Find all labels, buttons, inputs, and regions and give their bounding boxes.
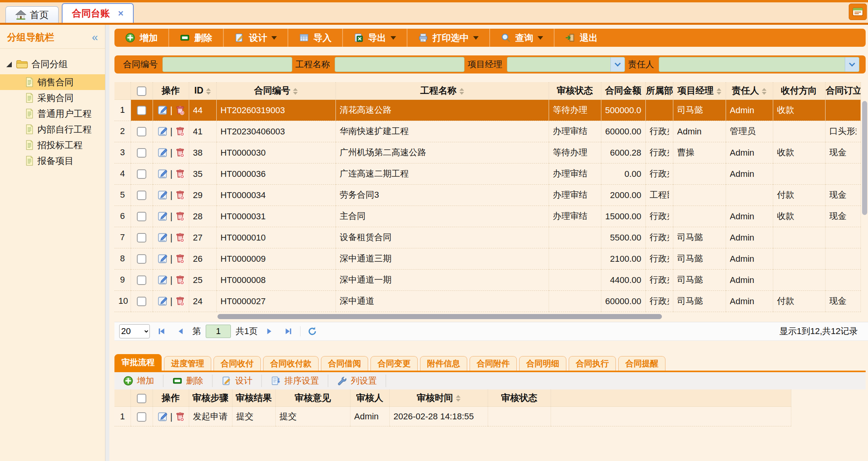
table-row[interactable]: 8|26HT0000009深中通道三期2100.00行政办司马懿Admin [114, 248, 861, 269]
row-checkbox[interactable] [137, 254, 146, 264]
delete-row-button[interactable] [174, 295, 186, 307]
toolbar-search-button[interactable]: 查询 [489, 29, 554, 47]
detail-tab-8[interactable]: 合同明细 [519, 356, 566, 371]
edit-row-button[interactable] [157, 125, 169, 137]
table-row[interactable]: 5|29HT0000034劳务合同3办理审结2000.00工程部付款现金 [114, 184, 861, 206]
row-checkbox[interactable] [137, 169, 146, 179]
table-row[interactable]: 10|24HT0000027深中通道60000.00行政办司马懿Admin付款现… [114, 290, 861, 312]
delete-row-button[interactable] [174, 147, 186, 158]
filter-select-owner[interactable] [659, 57, 859, 72]
toolbar-delete-button[interactable]: 删除 [168, 29, 223, 47]
detail-tab-3[interactable]: 合同收付款 [263, 356, 319, 371]
edit-row-button[interactable] [157, 168, 169, 180]
detail-sort-settings-button[interactable]: 排序设置 [262, 375, 328, 387]
sort-arrows-icon[interactable] [456, 395, 461, 402]
toolbar-add-button[interactable]: 增加 [114, 29, 168, 47]
tree-expand-caret-icon[interactable] [6, 62, 12, 67]
previous-page-button[interactable] [173, 324, 188, 338]
detail-add-button[interactable]: 增加 [114, 375, 164, 387]
detail-table-row[interactable]: 1|发起申请提交提交Admin2026-02-28 14:18:55 [114, 407, 791, 426]
detail-tab-4[interactable]: 合同借阅 [321, 356, 368, 371]
sort-arrows-icon[interactable] [206, 88, 211, 95]
row-checkbox[interactable] [137, 191, 146, 200]
sidebar-item-3[interactable]: 内部自行工程 [0, 121, 105, 137]
sort-arrows-icon[interactable] [459, 88, 464, 95]
sidebar-item-2[interactable]: 普通用户工程 [0, 106, 105, 121]
last-page-button[interactable] [281, 324, 295, 338]
table-row[interactable]: 4|35HT0000036广连高速二期工程办理审结0.00行政办Admin [114, 163, 861, 184]
sidebar-item-1[interactable]: 采购合同 [0, 90, 105, 106]
detail-design-button[interactable]: 设计 [213, 375, 262, 387]
detail-tab-2[interactable]: 合同收付 [214, 356, 261, 371]
detail-row-checkbox[interactable] [137, 412, 146, 422]
detail-tab-7[interactable]: 合同附件 [470, 356, 517, 371]
first-page-button[interactable] [155, 324, 169, 338]
table-row[interactable]: 2|41HT20230406003华南快速扩建工程办理审结60000.00行政办… [114, 121, 861, 142]
sort-arrows-icon[interactable] [293, 88, 298, 95]
detail-column-header-5[interactable]: 审核时间 [389, 389, 488, 407]
edit-row-button[interactable] [157, 253, 169, 264]
detail-tab-5[interactable]: 合同变更 [370, 356, 418, 371]
delete-row-button[interactable] [174, 125, 186, 137]
vertical-scrollbar[interactable] [862, 82, 868, 312]
row-checkbox[interactable] [137, 297, 146, 306]
tab-contract-ledger[interactable]: 合同台账 × [62, 3, 134, 23]
edit-row-button[interactable] [157, 189, 169, 201]
column-header-2[interactable]: 合同编号 [216, 82, 335, 99]
table-row[interactable]: 3|38HT0000030广州机场第二高速公路等待办理6000.28行政办曹操A… [114, 142, 861, 163]
column-header-1[interactable]: ID [189, 82, 216, 99]
close-icon[interactable]: × [118, 8, 123, 19]
corner-panel-button[interactable] [849, 4, 867, 20]
horizontal-scrollbar-thumb[interactable] [217, 314, 662, 319]
detail-delete-button[interactable]: 删除 [164, 375, 213, 387]
collapse-sidebar-button[interactable]: « [92, 32, 98, 43]
delete-row-button[interactable] [174, 274, 186, 286]
detail-select-all-checkbox[interactable] [137, 394, 146, 403]
horizontal-scrollbar[interactable] [114, 314, 866, 320]
sort-arrows-icon[interactable] [762, 88, 767, 95]
table-row[interactable]: 7|27HT0000010设备租赁合同5500.00行政办司马懿Admin [114, 227, 861, 248]
column-header-3[interactable]: 工程名称 [335, 82, 549, 99]
filter-input-project-name[interactable] [335, 57, 464, 72]
toolbar-export-button[interactable]: 导出 [342, 29, 407, 47]
row-checkbox[interactable] [137, 233, 146, 242]
delete-row-button[interactable] [174, 231, 186, 243]
detail-edit-row-button[interactable] [157, 411, 169, 422]
table-row[interactable]: 6|28HT0000031主合同办理审结15000.00行政办Admin收款现金 [114, 206, 861, 227]
filter-input-contract-no[interactable] [162, 57, 292, 72]
row-checkbox[interactable] [137, 106, 146, 115]
delete-row-button[interactable] [174, 104, 186, 116]
edit-row-button[interactable] [157, 104, 169, 116]
delete-row-button[interactable] [174, 253, 186, 264]
table-row[interactable]: 1|44HT20260319003清花高速公路等待办理500000.00司马懿A… [114, 99, 861, 121]
detail-delete-row-button[interactable] [174, 411, 186, 422]
tab-home[interactable]: 首页 [6, 6, 59, 23]
vertical-scrollbar-thumb[interactable] [862, 101, 867, 215]
sort-arrows-icon[interactable] [717, 88, 721, 95]
page-size-select[interactable]: 20 [119, 324, 150, 338]
delete-row-button[interactable] [174, 210, 186, 222]
toolbar-import-button[interactable]: 导入 [287, 29, 342, 47]
row-checkbox[interactable] [137, 148, 146, 158]
edit-row-button[interactable] [157, 231, 169, 243]
detail-tab-0[interactable]: 审批流程 [114, 354, 162, 371]
tree-node-contract-group[interactable]: 合同分组 [0, 56, 105, 74]
row-checkbox[interactable] [137, 127, 146, 136]
detail-tab-6[interactable]: 附件信息 [420, 356, 467, 371]
sidebar-item-0[interactable]: 销售合同 [0, 74, 105, 90]
select-all-checkbox[interactable] [137, 86, 146, 96]
sidebar-item-4[interactable]: 招投标工程 [0, 137, 105, 153]
detail-tab-1[interactable]: 进度管理 [164, 356, 211, 371]
row-checkbox[interactable] [137, 212, 146, 221]
toolbar-print-selected-button[interactable]: 打印选中 [407, 29, 489, 47]
sidebar-item-5[interactable]: 报备项目 [0, 153, 105, 169]
next-page-button[interactable] [262, 324, 276, 338]
toolbar-design-button[interactable]: 设计 [223, 29, 287, 47]
page-number-input[interactable] [206, 325, 231, 338]
toolbar-exit-button[interactable]: 退出 [554, 29, 608, 47]
edit-row-button[interactable] [157, 295, 169, 307]
delete-row-button[interactable] [174, 189, 186, 201]
edit-row-button[interactable] [157, 147, 169, 158]
table-row[interactable]: 9|25HT0000008深中通道一期4400.00行政办司马懿Admin [114, 269, 861, 290]
delete-row-button[interactable] [174, 168, 186, 180]
